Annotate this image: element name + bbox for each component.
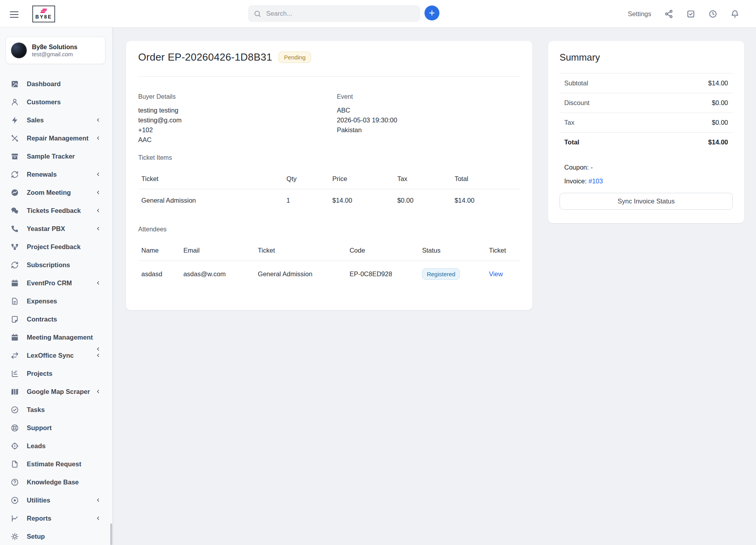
col-tax: Tax — [394, 169, 452, 189]
order-title: Order EP-20260426-1D8B31 — [138, 51, 272, 63]
zoom-messenger-icon — [11, 188, 19, 197]
profile-name: By8e Solutions — [32, 43, 78, 51]
clock-icon[interactable] — [708, 9, 717, 18]
dashboard-icon — [11, 80, 19, 88]
ticket-item-row: General Admission 1 $14.00 $0.00 $14.00 — [138, 189, 520, 212]
sidebar-item-sales[interactable]: Sales — [0, 111, 113, 129]
sidebar-item-dashboard[interactable]: Dashboard — [0, 75, 113, 93]
summary-card: Summary Subtotal $14.00 Discount $0.00 T… — [548, 41, 744, 223]
settings-link[interactable]: Settings — [628, 10, 651, 18]
event-location: Pakistan — [337, 125, 520, 135]
sidebar-item-google-map-scraper[interactable]: Google Map Scraper — [0, 382, 113, 401]
sidebar-item-meeting-management[interactable]: Meeting Management — [0, 328, 113, 346]
bell-icon[interactable] — [730, 9, 739, 18]
sidebar-item-tickets-feedback[interactable]: Tickets Feedback — [0, 201, 113, 220]
search-input[interactable] — [266, 10, 415, 17]
sidebar-item-projects[interactable]: Projects — [0, 364, 113, 382]
chevron-left-icon — [95, 135, 101, 141]
attendees-table: Name Email Ticket Code Status Ticket asd… — [138, 241, 520, 287]
event-section: Event ABC 2026-05-03 19:30:00 Pakistan — [337, 93, 520, 145]
attendee-code: EP-0C8ED928 — [346, 261, 419, 288]
sidebar-item-renewals[interactable]: Renewals — [0, 165, 113, 183]
swap-arrows-icon — [11, 351, 19, 360]
sidebar-item-eventpro-crm[interactable]: EventPro CRM — [0, 274, 113, 292]
sidebar-item-setup[interactable]: Setup — [0, 527, 113, 545]
sidebar-item-contracts[interactable]: Contracts — [0, 310, 113, 328]
sidebar-item-leads[interactable]: Leads — [0, 437, 113, 455]
buyer-details-heading: Buyer Details — [138, 93, 337, 100]
add-button[interactable] — [424, 6, 439, 20]
attendee-status-badge: Registered — [422, 268, 460, 280]
project-network-icon — [11, 243, 19, 251]
ticket-tax: $0.00 — [394, 189, 452, 212]
col-ticket-action: Ticket — [486, 241, 520, 261]
hamburger-menu-icon[interactable] — [10, 9, 19, 18]
col-code: Code — [346, 241, 419, 261]
sidebar-item-support[interactable]: Support — [0, 419, 113, 437]
summary-row-total: Total $14.00 — [560, 132, 733, 152]
sidebar-item-tasks[interactable]: Tasks — [0, 401, 113, 419]
sidebar-item-knowledge-base[interactable]: Knowledge Base — [0, 473, 113, 491]
ticket-price: $14.00 — [329, 189, 394, 212]
sales-bolt-icon — [11, 116, 19, 124]
chevron-left-icon — [95, 208, 101, 213]
attendee-name: asdasd — [138, 261, 180, 288]
sidebar-item-customers[interactable]: Customers — [0, 93, 113, 111]
sidebar-item-zoom-meeting[interactable]: Zoom Meeting — [0, 183, 113, 201]
chevron-left-icon — [95, 117, 101, 123]
col-qty: Qty — [284, 169, 329, 189]
sidebar-item-sample-tracker[interactable]: Sample Tracker — [0, 147, 113, 165]
topbar-actions: Settings — [628, 0, 739, 28]
sidebar-item-subscriptions[interactable]: Subscriptions — [0, 256, 113, 274]
invoice-line: Invoice: #103 — [560, 177, 733, 185]
check-square-icon[interactable] — [686, 9, 695, 18]
order-status-badge: Pending — [278, 52, 311, 63]
event-name: ABC — [337, 105, 520, 115]
map-icon — [11, 388, 19, 396]
projects-gantt-icon — [11, 369, 19, 378]
sidebar-item-estimate-request[interactable]: Estimate Request — [0, 455, 113, 473]
buyer-phone: +102 — [138, 125, 337, 135]
col-ticket: Ticket — [138, 169, 284, 189]
ticket-total: $14.00 — [451, 189, 520, 212]
sidebar-menu: Dashboard Customers Sales Repair Managem… — [0, 75, 113, 545]
sidebar-item-project-feedback[interactable]: Project Feedback — [0, 238, 113, 256]
attendees-heading: Attendees — [138, 226, 520, 233]
ticket-qty: 1 — [284, 189, 329, 212]
col-total: Total — [451, 169, 520, 189]
chevron-left-icon — [95, 497, 101, 503]
buyer-name: testing testing — [138, 105, 337, 115]
calendar-icon — [11, 279, 19, 287]
repair-tools-icon — [11, 134, 19, 142]
sidebar-item-yeastar-pbx[interactable]: Yeastar PBX — [0, 220, 113, 238]
sidebar-item-expenses[interactable]: Expenses — [0, 292, 113, 310]
app-logo[interactable]: BY8E — [32, 6, 55, 22]
renewals-refresh-icon — [11, 170, 19, 179]
sync-invoice-status-button[interactable]: Sync Invoice Status — [560, 193, 733, 210]
sidebar-item-utilities[interactable]: Utilities — [0, 491, 113, 509]
invoice-link[interactable]: #103 — [588, 177, 603, 185]
chart-line-icon — [11, 514, 19, 523]
profile-card[interactable]: By8e Solutions test@gmail.com — [6, 37, 106, 64]
col-ticket: Ticket — [255, 241, 346, 261]
share-icon[interactable] — [664, 9, 673, 18]
gear-icon — [11, 532, 19, 541]
sidebar-item-reports[interactable]: Reports — [0, 509, 113, 527]
customers-icon — [11, 98, 19, 106]
attendee-view-link[interactable]: View — [489, 270, 503, 277]
buyer-company: AAC — [138, 135, 337, 145]
sidebar-scrollbar[interactable] — [110, 523, 112, 545]
avatar — [11, 42, 27, 58]
top-bar: BY8E Settings — [0, 0, 756, 28]
search-bar[interactable] — [248, 5, 420, 22]
chevron-left-icon — [95, 515, 101, 521]
coupon-line: Coupon: - — [560, 164, 733, 171]
attendee-row: asdasd asdas@w.com General Admission EP-… — [138, 261, 520, 288]
sample-box-icon — [11, 152, 19, 161]
circle-dot-icon — [11, 496, 19, 504]
col-email: Email — [180, 241, 255, 261]
sidebar-item-repair-management[interactable]: Repair Management — [0, 129, 113, 147]
file-lines-icon — [11, 297, 19, 305]
file-blank-icon — [11, 460, 19, 468]
sidebar-item-lexoffice-sync[interactable]: LexOffice Sync — [0, 346, 113, 364]
